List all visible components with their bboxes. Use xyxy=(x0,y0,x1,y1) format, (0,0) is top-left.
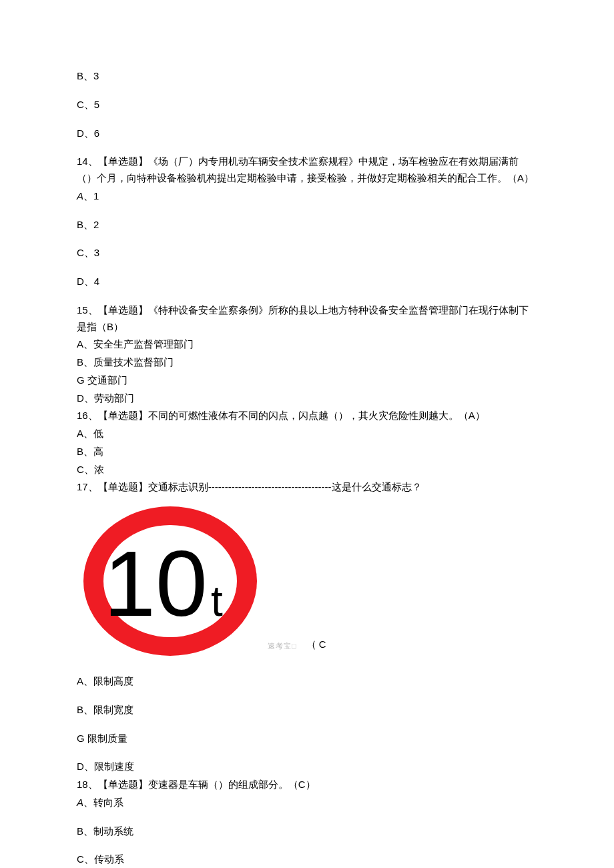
q14-option-c: C、3 xyxy=(77,245,537,262)
q18-option-a: A、转向系 xyxy=(77,795,537,811)
q18-option-c: C、传动系 xyxy=(77,851,537,868)
q14-option-a: A、1 xyxy=(77,188,537,205)
q18-option-b: B、制动系统 xyxy=(77,823,537,840)
q14-option-d: D、4 xyxy=(77,274,537,290)
q17-option-a: A、限制高度 xyxy=(77,673,537,690)
q15-option-c: G 交通部门 xyxy=(77,372,537,389)
sign-unit: t xyxy=(211,577,223,625)
q15-option-b: B、质量技术监督部门 xyxy=(77,354,537,371)
q14-option-a-prefix: A xyxy=(77,190,83,201)
watermark-text: 速考宝□ xyxy=(268,640,297,652)
q16-stem: 16、【单选题】不同的可燃性液体有不同的闪点，闪点越（），其火灾危险性则越大。（… xyxy=(77,408,537,424)
q14-stem: 14、【单选题】《场（厂）内专用机动车辆安全技术监察规程》中规定，场车检验应在有… xyxy=(77,153,537,187)
q13-option-c: C、5 xyxy=(77,97,537,113)
q16-option-b: B、高 xyxy=(77,444,537,460)
q17-answer-tag: （ C xyxy=(306,636,326,653)
q18-stem: 18、【单选题】变速器是车辆（）的组成部分。（C） xyxy=(77,777,537,793)
q17-option-c: G 限制质量 xyxy=(77,731,537,747)
q18-option-a-prefix: A xyxy=(77,797,83,808)
q15-stem: 15、【单选题】《特种设备安全监察条例》所称的县以上地方特种设备安全监督管理部门… xyxy=(77,302,537,336)
q18-option-a-suffix: 、转向系 xyxy=(83,797,123,808)
q15-option-d: D、劳动部门 xyxy=(77,390,537,407)
traffic-sign-weight-limit-icon: 10 t xyxy=(77,501,264,661)
q15-option-a: A、安全生产监督管理部门 xyxy=(77,336,537,353)
q17-option-d: D、限制速度 xyxy=(77,759,537,775)
q14-option-b: B、2 xyxy=(77,217,537,234)
q16-option-a: A、低 xyxy=(77,426,537,442)
q13-option-b: B、3 xyxy=(77,68,537,85)
sign-number: 10 xyxy=(103,531,208,636)
q13-option-d: D、6 xyxy=(77,125,537,142)
q16-option-c: C、浓 xyxy=(77,462,537,478)
q17-option-b: B、限制宽度 xyxy=(77,702,537,719)
q14-option-a-suffix: 、1 xyxy=(83,190,99,201)
q17-stem: 17、【单选题】交通标志识别--------------------------… xyxy=(77,479,537,496)
